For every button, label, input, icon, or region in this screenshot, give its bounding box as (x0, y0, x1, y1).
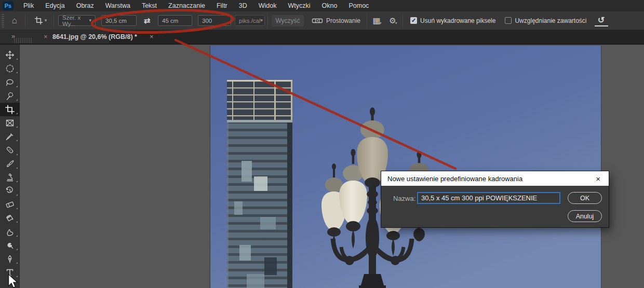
chevron-down-icon: ▾ (380, 21, 382, 25)
separator (267, 15, 268, 27)
chevron-down-icon: ▾ (395, 21, 397, 25)
tool-options-bar: ⌂ ▾ Szer. x Wy... ▾ ⇄ piks./cal ▾ Wyczyś… (0, 11, 644, 30)
menu-item-plik[interactable]: Plik (18, 0, 39, 11)
quick-selection-tool[interactable] (0, 89, 20, 103)
dialog-body: Nazwa: OK Anuluj (381, 186, 609, 227)
menu-item-edycja[interactable]: Edycja (39, 0, 71, 11)
canvas-photo[interactable] (210, 46, 601, 288)
menu-item-3d[interactable]: 3D (233, 0, 253, 11)
eyedropper-tool[interactable] (0, 130, 20, 143)
preset-name-label: Nazwa: (393, 195, 415, 202)
options-bar-gripper[interactable] (2, 14, 4, 28)
tools-panel (0, 45, 20, 288)
crop-resolution-input[interactable] (198, 15, 231, 26)
separator (403, 15, 403, 27)
crop-settings-button[interactable]: ⚙▾ (387, 14, 400, 28)
resolution-unit-dropdown[interactable]: piks./cal ▾ (235, 15, 265, 26)
move-tool[interactable] (0, 48, 20, 62)
preset-name-input[interactable] (417, 192, 560, 204)
menu-bar: Ps Plik Edycja Obraz Warstwa Tekst Zazna… (0, 0, 644, 11)
tab-close-icon[interactable]: × (150, 33, 154, 40)
paint-bucket-tool[interactable] (0, 211, 20, 225)
crop-tool[interactable] (0, 103, 20, 116)
cancel-button[interactable]: Anuluj (568, 210, 602, 222)
tab-strip-gripper[interactable] (14, 38, 33, 43)
reset-tool-button[interactable]: ↺ (595, 15, 608, 26)
pen-tool[interactable] (0, 252, 20, 266)
overlay-options-button[interactable]: ▦▾ (371, 14, 384, 28)
straighten-label: Prostowanie (326, 17, 360, 24)
menu-item-wtyczki[interactable]: Wtyczki (283, 0, 316, 11)
chevron-down-icon: ▾ (261, 18, 263, 23)
dialog-close-icon[interactable]: × (594, 174, 602, 184)
chevron-down-icon: ▾ (89, 18, 91, 23)
straighten-level-icon (312, 17, 323, 25)
reset-arrow-icon: ↺ (598, 15, 605, 25)
crop-tool-preset-button[interactable]: ▾ (30, 14, 51, 28)
home-screen-button[interactable]: ⌂ (7, 14, 22, 28)
dialog-title-bar[interactable]: Nowe ustawienie predefiniowane kadrowani… (381, 171, 609, 186)
frame-tool[interactable] (0, 116, 20, 130)
swap-arrows-icon: ⇄ (144, 16, 151, 25)
elliptical-marquee-tool[interactable] (0, 62, 20, 75)
separator (367, 15, 367, 27)
delete-cropped-pixels-checkbox[interactable]: ✓ Usuń wykadrowane piksele (410, 17, 495, 24)
menu-item-widok[interactable]: Widok (253, 0, 283, 11)
checkbox-checked-icon: ✓ (410, 17, 417, 24)
document-tab-bar: » × 8641.jpg @ 20,6% (RGB/8) * × (0, 30, 644, 44)
history-brush-tool[interactable] (0, 184, 20, 198)
checkbox-unchecked-icon (505, 17, 512, 24)
menu-item-zaznaczanie[interactable]: Zaznaczanie (163, 0, 211, 11)
brush-tool[interactable] (0, 157, 20, 171)
menu-item-okno[interactable]: Okno (316, 0, 343, 11)
clear-button[interactable]: Wyczyść (272, 15, 304, 26)
content-aware-checkbox[interactable]: Uwzględnianie zawartości (505, 17, 586, 24)
menu-item-tekst[interactable]: Tekst (136, 0, 163, 11)
document-tab-title[interactable]: 8641.jpg @ 20,6% (RGB/8) * (52, 33, 137, 40)
menu-item-warstwa[interactable]: Warstwa (100, 0, 136, 11)
workspace (0, 44, 644, 288)
lasso-tool[interactable] (0, 75, 20, 89)
type-tool[interactable] (0, 266, 20, 279)
separator (25, 15, 25, 27)
photoshop-logo-icon: Ps (3, 1, 14, 10)
menu-item-filtr[interactable]: Filtr (211, 0, 233, 11)
eraser-tool[interactable] (0, 198, 20, 211)
ok-button[interactable]: OK (568, 192, 602, 204)
swap-width-height-button[interactable]: ⇄ (141, 14, 153, 28)
menu-item-obraz[interactable]: Obraz (71, 0, 100, 11)
spot-healing-brush-tool[interactable] (0, 143, 20, 157)
dialog-title: Nowe ustawienie predefiniowane kadrowani… (387, 175, 594, 183)
crop-height-input[interactable] (158, 15, 192, 26)
dodge-tool[interactable] (0, 239, 20, 252)
crop-ratio-preset-dropdown[interactable]: Szer. x Wy... ▾ (58, 15, 96, 26)
smudge-tool[interactable] (0, 225, 20, 238)
chevron-down-icon: ▾ (45, 18, 47, 23)
straighten-button[interactable] (312, 14, 323, 28)
separator (53, 15, 54, 27)
crop-width-input[interactable] (101, 15, 137, 26)
skyscraper (227, 80, 292, 288)
previous-tab-close-icon[interactable]: × (44, 33, 48, 40)
home-icon: ⌂ (12, 16, 17, 26)
clone-stamp-tool[interactable] (0, 171, 20, 184)
menu-item-pomoc[interactable]: Pomoc (343, 0, 374, 11)
crop-tool-icon (34, 16, 43, 25)
new-crop-preset-dialog: Nowe ustawienie predefiniowane kadrowani… (381, 171, 609, 227)
